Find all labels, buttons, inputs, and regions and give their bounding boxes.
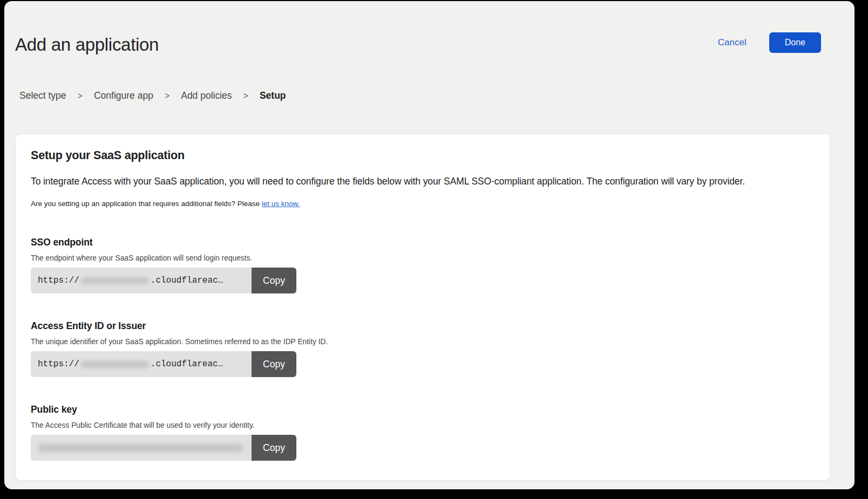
entity-id-value: https://.cloudflareac… [31, 351, 252, 377]
entity-id-copy-row: https://.cloudflareac… Copy [31, 351, 296, 377]
note-text: Are you setting up an application that r… [31, 200, 260, 208]
cancel-button[interactable]: Cancel [718, 37, 747, 48]
redacted-value [38, 444, 243, 452]
done-button[interactable]: Done [769, 32, 821, 53]
entity-id-section: Access Entity ID or Issuer The unique id… [31, 320, 813, 377]
page-title: Add an application [15, 35, 159, 55]
breadcrumb: Select type > Configure app > Add polici… [19, 90, 286, 101]
header-actions: Cancel Done [718, 32, 821, 53]
card-intro-text: To integrate Access with your SaaS appli… [31, 176, 813, 187]
chevron-separator-icon: > [243, 91, 248, 101]
redacted-value [81, 277, 149, 284]
value-prefix: https:// [38, 276, 79, 285]
sso-endpoint-copy-button[interactable]: Copy [252, 268, 296, 293]
redacted-value [81, 361, 149, 368]
chevron-separator-icon: > [165, 91, 169, 101]
let-us-know-link[interactable]: let us know. [262, 200, 300, 208]
breadcrumb-step-setup-current: Setup [260, 90, 286, 101]
app-window: Add an application Cancel Done Select ty… [4, 1, 855, 489]
entity-id-description: The unique identifier of your SaaS appli… [31, 338, 813, 346]
sso-endpoint-value: https://.cloudflareac… [31, 268, 252, 293]
public-key-copy-row: Copy [31, 435, 296, 461]
value-suffix: .cloudflareac… [151, 276, 223, 285]
sso-endpoint-label: SSO endpoint [31, 237, 813, 248]
sso-endpoint-description: The endpoint where your SaaS application… [31, 254, 813, 262]
chevron-separator-icon: > [78, 91, 83, 101]
card-note: Are you setting up an application that r… [31, 200, 813, 208]
breadcrumb-step-add-policies[interactable]: Add policies [181, 90, 232, 101]
public-key-value [31, 435, 252, 461]
entity-id-label: Access Entity ID or Issuer [31, 320, 813, 332]
breadcrumb-step-select-type[interactable]: Select type [19, 90, 66, 101]
value-suffix: .cloudflareac… [151, 359, 223, 369]
setup-card: Setup your SaaS application To integrate… [15, 134, 830, 481]
public-key-section: Public key The Access Public Certificate… [31, 404, 813, 461]
public-key-description: The Access Public Certificate that will … [31, 421, 813, 429]
card-heading: Setup your SaaS application [31, 149, 813, 162]
public-key-copy-button[interactable]: Copy [252, 435, 296, 461]
sso-endpoint-copy-row: https://.cloudflareac… Copy [31, 268, 296, 293]
value-prefix: https:// [38, 359, 79, 369]
public-key-label: Public key [31, 404, 813, 415]
sso-endpoint-section: SSO endpoint The endpoint where your Saa… [31, 237, 813, 293]
entity-id-copy-button[interactable]: Copy [252, 351, 296, 377]
breadcrumb-step-configure-app[interactable]: Configure app [94, 90, 153, 101]
